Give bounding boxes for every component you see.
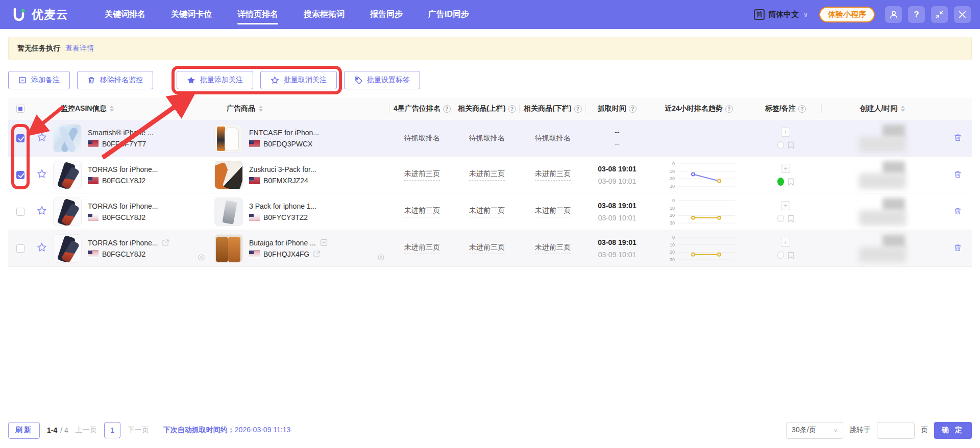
favorite-star-icon[interactable]	[37, 242, 47, 254]
tag-dot-icon[interactable]	[777, 178, 784, 186]
nav-item-5[interactable]: 广告ID同步	[427, 1, 470, 29]
share-icon[interactable]	[162, 239, 169, 246]
toolbar-button-1[interactable]: 移除排名监控	[77, 71, 153, 89]
add-tag-icon[interactable]: +	[781, 128, 790, 137]
monitor-product-image[interactable]	[53, 234, 82, 263]
row-checkbox[interactable]	[16, 171, 24, 179]
share-icon[interactable]	[313, 250, 321, 258]
monitor-product-image[interactable]	[53, 124, 82, 153]
nav-item-2[interactable]: 详情页排名	[236, 1, 279, 29]
sort-icon[interactable]	[110, 106, 114, 112]
delete-row-icon[interactable]	[953, 243, 962, 254]
nav-item-0[interactable]: 关键词排名	[104, 1, 146, 29]
help-button[interactable]: ?	[908, 6, 925, 23]
next-page-button[interactable]: 下一页	[128, 426, 149, 435]
toolbar-button-4[interactable]: 批量设置标签	[344, 71, 420, 89]
eye-icon[interactable]	[198, 254, 205, 261]
page-size-select[interactable]: 30条/页 ∨	[786, 422, 843, 439]
jump-page-input[interactable]	[877, 422, 915, 439]
ad-product-image[interactable]	[214, 124, 243, 153]
help-icon[interactable]: ?	[725, 105, 733, 113]
toolbar-button-3[interactable]: 批量取消关注	[260, 71, 337, 89]
monitor-product-title[interactable]: TORRAS for iPhone...	[88, 165, 158, 173]
creator-blurred-content	[856, 160, 909, 190]
monitor-asin[interactable]: B0FGCLY8J2	[102, 213, 145, 221]
bookmark-icon[interactable]	[788, 141, 794, 149]
tag-dot-icon[interactable]	[777, 252, 784, 259]
monitor-asin[interactable]: B0FFCF7YT7	[102, 140, 146, 148]
row-checkbox-cell	[8, 208, 33, 216]
row-checkbox[interactable]	[16, 208, 24, 216]
ad-asin[interactable]: B0FHQJX4FG	[263, 250, 309, 258]
confirm-button[interactable]: 确 定	[934, 422, 972, 439]
tag-dot-icon[interactable]	[777, 215, 784, 222]
add-tag-icon[interactable]: +	[781, 201, 790, 210]
ad-product-title[interactable]: Zuskruci 3-Pack for...	[249, 165, 316, 173]
ad-cell: Butaiga for iPhone ... B0FHQJX4FG	[210, 230, 390, 266]
ad-product-title[interactable]: Butaiga for iPhone ...	[249, 239, 316, 247]
ad-product-image[interactable]	[214, 234, 243, 263]
sort-icon[interactable]	[901, 106, 905, 112]
content-spacer	[0, 267, 980, 416]
ad-product-title[interactable]: FNTCASE for iPhon...	[249, 129, 319, 137]
logo-text: 优麦云	[32, 7, 68, 22]
refresh-button[interactable]: 刷新	[8, 422, 40, 439]
delete-row-icon[interactable]	[953, 170, 962, 180]
delete-row-icon[interactable]	[953, 133, 962, 143]
sort-icon[interactable]	[259, 106, 263, 112]
language-switcher[interactable]: 简 简体中文 ∨	[754, 9, 808, 20]
ad-asin[interactable]: B0FMXRJZ24	[263, 177, 308, 185]
nav-item-4[interactable]: 报告同步	[369, 1, 404, 29]
monitor-product-title[interactable]: Smartish® iPhone ...	[88, 129, 154, 137]
help-icon[interactable]: ?	[574, 105, 582, 113]
next-fetch-value: 2026-03-09 11:13	[235, 426, 291, 434]
alert-detail-link[interactable]: 查看详情	[65, 44, 94, 53]
collapse-button[interactable]	[931, 6, 948, 23]
app-header: 优麦云 关键词排名关键词卡位详情页排名搜索框拓词报告同步广告ID同步 简 简体中…	[0, 0, 980, 29]
ad-asin[interactable]: B0FDQ3PWCX	[263, 140, 312, 148]
favorite-star-icon[interactable]	[37, 132, 47, 144]
prev-page-button[interactable]: 上一页	[76, 426, 97, 435]
help-icon[interactable]: ?	[798, 105, 806, 113]
help-icon[interactable]: ?	[508, 105, 516, 113]
chart-box-icon[interactable]	[320, 239, 328, 246]
mini-program-button[interactable]: 体验小程序	[819, 7, 875, 22]
ad-product-image[interactable]	[214, 197, 243, 226]
page-number-button[interactable]: 1	[104, 422, 120, 438]
bookmark-icon[interactable]	[788, 252, 794, 259]
monitor-product-image[interactable]	[53, 161, 82, 189]
favorite-star-icon[interactable]	[37, 169, 47, 181]
eye-icon[interactable]	[377, 254, 385, 261]
ad-product-image[interactable]	[214, 161, 243, 189]
nav-item-3[interactable]: 搜索框拓词	[303, 1, 346, 29]
add-tag-icon[interactable]: +	[781, 164, 790, 173]
close-button[interactable]	[954, 6, 971, 23]
nav-item-1[interactable]: 关键词卡位	[170, 1, 213, 29]
monitor-product-title[interactable]: TORRAS for iPhone...	[88, 202, 158, 210]
tags-notes-cell: +	[749, 164, 822, 186]
u-logo-icon	[11, 7, 27, 22]
svg-text:10: 10	[670, 242, 675, 247]
monitor-asin[interactable]: B0FGCLY8J2	[102, 177, 145, 185]
add-tag-icon[interactable]: +	[781, 238, 790, 247]
toolbar-button-0[interactable]: 添加备注	[8, 71, 70, 89]
column-header-2: 广告商品	[210, 97, 390, 120]
monitor-product-title[interactable]: TORRAS for iPhone...	[88, 239, 158, 247]
user-button[interactable]	[885, 6, 902, 23]
bookmark-icon[interactable]	[788, 215, 794, 222]
help-icon[interactable]: ?	[629, 105, 636, 113]
help-icon[interactable]: ?	[443, 105, 451, 113]
row-checkbox[interactable]	[16, 244, 24, 253]
toolbar-button-2[interactable]: 批量添加关注	[177, 71, 253, 89]
tag-dot-icon[interactable]	[777, 141, 784, 148]
select-all-checkbox[interactable]	[16, 105, 24, 113]
ad-asin[interactable]: B0FYCY3TZ2	[263, 213, 308, 221]
monitor-asin[interactable]: B0FGCLY8J2	[102, 250, 145, 258]
ad-product-title[interactable]: 3 Pack for iphone 1...	[249, 202, 316, 210]
bookmark-icon[interactable]	[788, 178, 794, 186]
logo[interactable]: 优麦云	[11, 7, 68, 22]
favorite-star-icon[interactable]	[37, 206, 47, 217]
delete-row-icon[interactable]	[953, 207, 962, 217]
monitor-product-image[interactable]	[53, 197, 82, 226]
row-checkbox[interactable]	[16, 134, 24, 142]
